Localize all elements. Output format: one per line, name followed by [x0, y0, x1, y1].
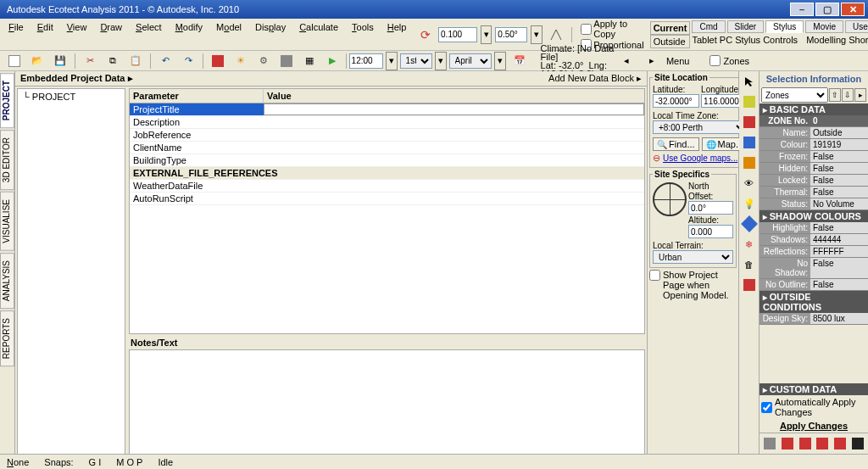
day-select[interactable]: 1st: [400, 53, 432, 69]
cut-icon[interactable]: ✂: [80, 52, 100, 70]
snow-icon[interactable]: ❄: [741, 236, 758, 253]
row-colour[interactable]: Colour:191919: [760, 139, 868, 151]
vtab-visualise[interactable]: VISUALISE: [0, 192, 14, 251]
menu-model[interactable]: Model: [211, 20, 247, 34]
alt-input[interactable]: [688, 225, 733, 238]
row-locked[interactable]: Locked:False: [760, 175, 868, 187]
cube-icon[interactable]: [741, 215, 758, 232]
tab-user[interactable]: User: [845, 20, 868, 33]
show-project-check[interactable]: Show Project Page when Opening Model.: [649, 270, 737, 300]
trash-icon[interactable]: 🗑: [741, 256, 758, 273]
row-description[interactable]: Description: [130, 116, 644, 129]
menu-display[interactable]: Display: [250, 20, 291, 34]
row-no-outline[interactable]: No Outline:False: [760, 279, 868, 291]
cursor-icon[interactable]: [741, 73, 758, 90]
zone-up[interactable]: ⇧: [829, 88, 841, 102]
menu-view[interactable]: View: [62, 20, 92, 34]
north-input[interactable]: [688, 201, 733, 215]
row-frozen[interactable]: Frozen:False: [760, 151, 868, 163]
row-reflections[interactable]: Reflections:FFFFFF: [760, 246, 868, 258]
zones-select[interactable]: Zones: [761, 87, 828, 103]
row-status[interactable]: Status:No Volume: [760, 198, 868, 210]
arrow-left-icon[interactable]: ◂: [616, 52, 637, 70]
status-gi[interactable]: G I: [89, 457, 102, 467]
row-autorun[interactable]: AutoRunScript: [130, 193, 644, 205]
tab-slider[interactable]: Slider: [727, 20, 765, 33]
menu-file[interactable]: File: [3, 20, 29, 34]
arrow-right-icon[interactable]: ▸: [642, 52, 662, 70]
transform-icon[interactable]: ⟳: [415, 25, 435, 44]
row-buildingtype[interactable]: BuildingType: [130, 154, 644, 167]
offset-input[interactable]: [438, 27, 477, 42]
menu-modify[interactable]: Modify: [170, 20, 208, 34]
lat-input[interactable]: [653, 94, 699, 108]
vtab-reports[interactable]: REPORTS: [0, 310, 14, 366]
row-thermal[interactable]: Thermal:False: [760, 187, 868, 198]
bulb-icon[interactable]: 💡: [741, 195, 758, 212]
shade-icon[interactable]: [276, 52, 297, 70]
tz-select[interactable]: +8:00 Perth: [653, 120, 748, 134]
render-icon[interactable]: ▶: [322, 52, 342, 70]
apply-changes-button[interactable]: Apply Changes: [780, 421, 848, 431]
add-data-block[interactable]: Add New Data Block ▸: [548, 73, 642, 84]
paste-icon[interactable]: 📋: [125, 52, 146, 70]
flag-icon[interactable]: [741, 276, 758, 293]
day-spin[interactable]: ▾: [435, 52, 447, 70]
vtab-3d-editor[interactable]: 3D EDITOR: [0, 130, 14, 190]
row-highlight[interactable]: Highlight:False: [760, 222, 868, 234]
row-hidden[interactable]: Hidden:False: [760, 163, 868, 175]
apply-copy-check[interactable]: Apply to Copy: [581, 19, 647, 39]
save-icon[interactable]: 💾: [50, 52, 70, 70]
close-button[interactable]: ✕: [841, 3, 865, 16]
minimize-button[interactable]: –: [790, 3, 814, 16]
auto-apply-check[interactable]: Automatically Apply Changes: [760, 395, 868, 419]
menu-tools[interactable]: Tools: [347, 20, 379, 34]
bi-2[interactable]: [780, 436, 795, 451]
spin2[interactable]: ▾: [531, 25, 542, 44]
row-name[interactable]: Name:Outside: [760, 127, 868, 139]
month-select[interactable]: April: [449, 53, 492, 69]
maximize-button[interactable]: ▢: [815, 3, 839, 16]
menu-label[interactable]: Menu: [666, 56, 690, 66]
row-weather[interactable]: WeatherDataFile: [130, 180, 644, 193]
eye-icon[interactable]: 👁: [741, 175, 758, 192]
zone-down[interactable]: ⇩: [842, 88, 854, 102]
month-spin[interactable]: ▾: [494, 52, 506, 70]
copy-icon[interactable]: ⧉: [103, 52, 123, 70]
new-icon[interactable]: [4, 52, 25, 70]
calendar-icon[interactable]: 📅: [509, 52, 530, 70]
blue-icon[interactable]: [741, 134, 758, 151]
vtab-analysis[interactable]: ANALYSIS: [0, 253, 14, 309]
row-client[interactable]: ClientName: [130, 142, 644, 154]
settings-icon[interactable]: ⚙: [253, 52, 274, 70]
tab-movie[interactable]: Movie: [805, 20, 843, 33]
menu-select[interactable]: Select: [131, 20, 167, 34]
calc-icon[interactable]: [208, 52, 228, 70]
tab-stylus[interactable]: Stylus: [765, 20, 804, 33]
vtab-project[interactable]: PROJECT: [0, 73, 14, 128]
row-design-sky[interactable]: Design Sky:8500 lux: [760, 313, 868, 325]
row-jobref[interactable]: JobReference: [130, 129, 644, 142]
angle-input[interactable]: [495, 27, 527, 42]
bi-4[interactable]: [815, 436, 830, 451]
bi-5[interactable]: [832, 436, 848, 451]
row-shadows[interactable]: Shadows:444444: [760, 234, 868, 246]
sun-icon[interactable]: ☀: [231, 52, 251, 70]
zones-check[interactable]: Zones: [709, 55, 749, 66]
project-tree[interactable]: └ PROJECT: [17, 88, 125, 454]
menu-help[interactable]: Help: [382, 20, 412, 34]
current-button[interactable]: Current: [650, 21, 691, 35]
bi-3[interactable]: [798, 436, 813, 451]
bi-6[interactable]: [850, 436, 865, 451]
tab-cmd[interactable]: Cmd: [692, 20, 725, 33]
status-mop[interactable]: M O P: [116, 457, 142, 467]
row-project-title[interactable]: ProjectTitle: [130, 103, 644, 116]
google-maps-link[interactable]: Use Google maps...: [663, 154, 737, 163]
zone-expand[interactable]: ▸: [854, 88, 866, 102]
notes-textarea[interactable]: [129, 349, 645, 454]
spin1[interactable]: ▾: [481, 25, 492, 44]
redo-icon[interactable]: ↷: [178, 52, 198, 70]
menu-calculate[interactable]: Calculate: [294, 20, 343, 34]
menu-edit[interactable]: Edit: [32, 20, 58, 34]
find-button[interactable]: 🔍 Find...: [653, 137, 699, 151]
